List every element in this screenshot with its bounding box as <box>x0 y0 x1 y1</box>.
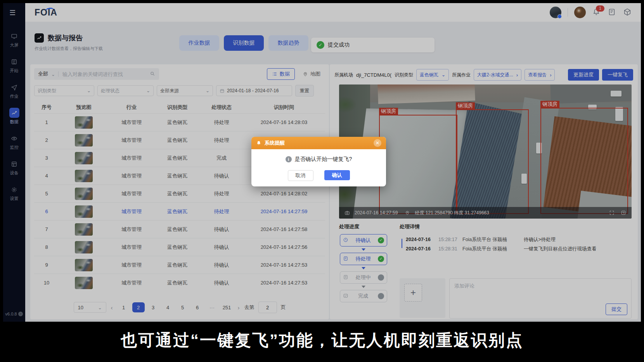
close-icon[interactable]: ✕ <box>374 139 381 147</box>
cancel-button[interactable]: 取消 <box>288 170 313 181</box>
video-caption: 也可通过“一键复飞”功能，让无人机即刻重返识别点 <box>0 322 644 359</box>
bell-icon <box>256 140 261 146</box>
system-alert-dialog: 系统提醒 ✕ i 是否确认开始一键复飞? 取消 确认 <box>251 137 386 186</box>
info-icon: i <box>286 156 292 162</box>
dialog-message: 是否确认开始一键复飞? <box>295 156 352 163</box>
dialog-title: 系统提醒 <box>265 140 285 147</box>
confirm-button[interactable]: 确认 <box>324 170 350 180</box>
dialog-header: 系统提醒 ✕ <box>251 137 386 149</box>
caption-text: 也可通过“一键复飞”功能，让无人机即刻重返识别点 <box>121 329 523 351</box>
